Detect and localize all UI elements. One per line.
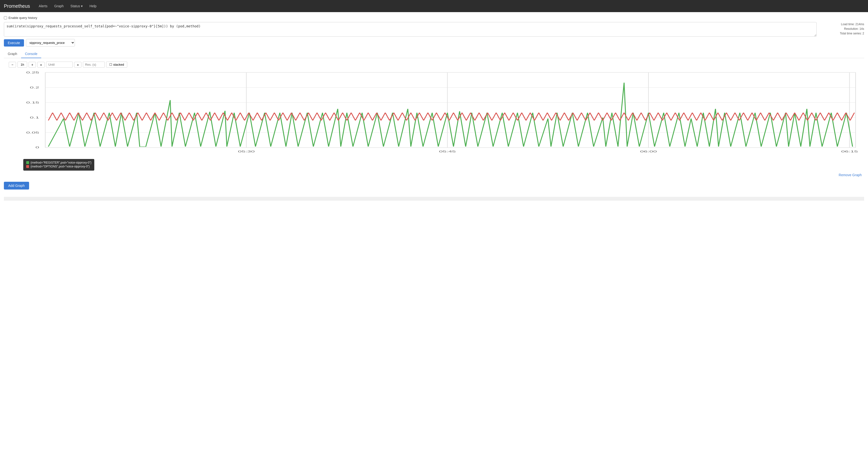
graph-legend: {method="REGISTER",pod="voice-sipproxy-0… bbox=[23, 159, 94, 171]
svg-rect-0 bbox=[45, 72, 856, 148]
legend-item-options[interactable]: {method="OPTIONS",pod="voice-sipproxy-0"… bbox=[26, 165, 91, 168]
res-input[interactable] bbox=[83, 62, 105, 68]
svg-text:0.05: 0.05 bbox=[26, 131, 39, 134]
graph-svg: 0.25 0.2 0.15 0.1 0.05 0 05:30 05:45 06:… bbox=[9, 70, 862, 157]
svg-text:0: 0 bbox=[35, 146, 39, 149]
enable-history-label: Enable query history bbox=[8, 16, 37, 20]
nav-graph[interactable]: Graph bbox=[52, 3, 67, 9]
nav-links: Alerts Graph Status ▾ Help bbox=[36, 3, 99, 9]
time-forward-button[interactable]: » bbox=[74, 62, 82, 68]
dropdown-caret-icon: ▾ bbox=[81, 4, 83, 8]
time-plus-button[interactable]: + bbox=[29, 62, 36, 68]
nav-help[interactable]: Help bbox=[87, 3, 99, 9]
graph-wrapper: 0.25 0.2 0.15 0.1 0.05 0 05:30 05:45 06:… bbox=[4, 70, 864, 171]
total-series: Total time series: 2 bbox=[820, 31, 864, 36]
enable-history-checkbox[interactable] bbox=[4, 16, 7, 20]
add-graph-button[interactable]: Add Graph bbox=[4, 182, 29, 189]
svg-text:06:15: 06:15 bbox=[841, 150, 858, 153]
nav-status-label: Status bbox=[70, 4, 80, 8]
main-content: Enable query history sum(irate(sipproxy_… bbox=[0, 12, 868, 205]
svg-text:06:00: 06:00 bbox=[640, 150, 657, 153]
load-time: Load time: 214ms bbox=[820, 22, 864, 27]
execute-row: Execute sipproxy_requests_proce bbox=[4, 39, 864, 47]
execute-button[interactable]: Execute bbox=[4, 39, 24, 47]
time-minus-button[interactable]: − bbox=[9, 62, 16, 68]
nav-status-dropdown[interactable]: Status ▾ bbox=[68, 3, 86, 9]
navbar: Prometheus Alerts Graph Status ▾ Help bbox=[0, 0, 868, 12]
time-back-button[interactable]: « bbox=[37, 62, 44, 68]
legend-color-options bbox=[26, 165, 29, 168]
tabs-row: Graph Console bbox=[4, 50, 864, 58]
metric-select[interactable]: sipproxy_requests_proce bbox=[26, 39, 75, 47]
resolution: Resolution: 14s bbox=[820, 27, 864, 31]
legend-label-options: {method="OPTIONS",pod="voice-sipproxy-0"… bbox=[31, 165, 90, 168]
legend-label-register: {method="REGISTER",pod="voice-sipproxy-0… bbox=[31, 161, 91, 164]
query-meta: Load time: 214ms Resolution: 14s Total t… bbox=[820, 22, 864, 36]
stacked-label: stacked bbox=[113, 63, 124, 66]
add-graph-row: Add Graph bbox=[4, 179, 864, 194]
stacked-checkbox-icon: ☐ bbox=[109, 63, 112, 66]
stacked-button[interactable]: ☐ stacked bbox=[106, 62, 127, 68]
query-textarea[interactable]: sum(irate(sipproxy_requests_processed_se… bbox=[4, 22, 816, 37]
remove-graph-link[interactable]: Remove Graph bbox=[839, 173, 862, 177]
legend-item-register[interactable]: {method="REGISTER",pod="voice-sipproxy-0… bbox=[26, 161, 91, 164]
graph-svg-container: 0.25 0.2 0.15 0.1 0.05 0 05:30 05:45 06:… bbox=[9, 70, 862, 158]
tab-console[interactable]: Console bbox=[21, 50, 41, 58]
graph-controls: − 1h + « » ☐ stacked bbox=[4, 62, 864, 68]
svg-text:0.15: 0.15 bbox=[26, 101, 39, 104]
legend-color-register bbox=[26, 161, 29, 164]
svg-text:0.2: 0.2 bbox=[30, 86, 39, 89]
query-history-row: Enable query history bbox=[4, 16, 864, 20]
svg-text:05:30: 05:30 bbox=[238, 150, 255, 153]
nav-alerts[interactable]: Alerts bbox=[36, 3, 51, 9]
query-container: sum(irate(sipproxy_requests_processed_se… bbox=[4, 22, 864, 37]
svg-text:0.25: 0.25 bbox=[26, 71, 39, 74]
brand-logo: Prometheus bbox=[4, 3, 30, 9]
svg-text:05:45: 05:45 bbox=[439, 150, 456, 153]
remove-graph-row: Remove Graph bbox=[4, 171, 864, 179]
time-range-display: 1h bbox=[18, 62, 27, 68]
until-input[interactable] bbox=[46, 62, 73, 68]
scrollbar-area[interactable] bbox=[4, 197, 864, 201]
tab-graph[interactable]: Graph bbox=[4, 50, 21, 58]
svg-text:0.1: 0.1 bbox=[30, 116, 39, 119]
